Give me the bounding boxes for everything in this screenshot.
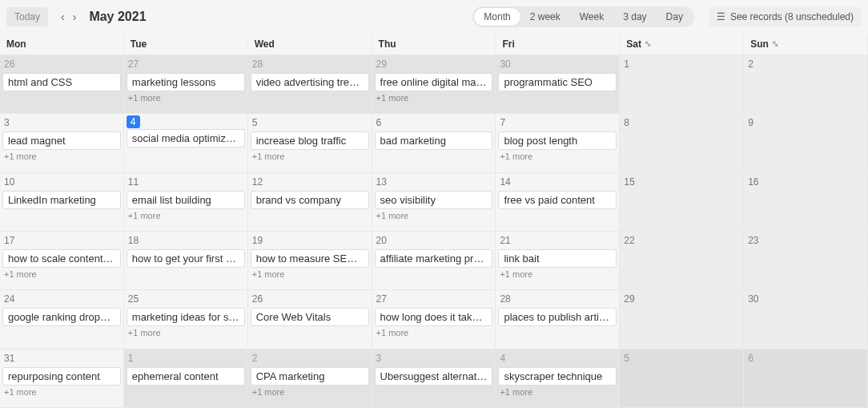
day-cell[interactable]: 10LinkedIn marketing [0, 173, 124, 231]
day-cell[interactable]: 12brand vs company [248, 173, 372, 231]
day-cell[interactable]: 1ephemeral content [124, 349, 248, 407]
view-option-week[interactable]: Week [570, 8, 613, 26]
see-records-button[interactable]: ☰ See records (8 unscheduled) [709, 7, 862, 26]
event-item[interactable]: link bait [498, 249, 617, 268]
more-link[interactable]: +1 more [375, 91, 493, 104]
day-cell[interactable]: 20affiliate marketing programs [372, 232, 496, 289]
more-link[interactable]: +1 more [251, 150, 369, 163]
day-cell[interactable]: 17how to scale content marketing+1 more [0, 232, 124, 289]
day-cell[interactable]: 4skyscraper technique+1 more [496, 349, 620, 407]
more-link[interactable]: +1 more [498, 268, 617, 281]
next-arrow-icon[interactable]: › [70, 9, 80, 25]
day-cell[interactable]: 18how to get your first customers [124, 232, 248, 289]
day-cell[interactable]: 6 [744, 349, 868, 407]
more-link[interactable]: +1 more [251, 386, 369, 398]
event-item[interactable]: email list building [127, 191, 245, 209]
more-link[interactable]: +1 more [127, 209, 245, 222]
event-item[interactable]: blog post length [498, 131, 617, 150]
day-cell[interactable]: 6bad marketing [372, 114, 496, 172]
event-item[interactable]: bad marketing [375, 131, 493, 150]
more-link[interactable]: +1 more [498, 386, 617, 398]
day-cell[interactable]: 26Core Web Vitals [248, 290, 372, 348]
more-link[interactable]: +1 more [375, 209, 493, 222]
expand-icon[interactable]: ⤡ [772, 39, 778, 48]
day-cell[interactable]: 31repurposing content+1 more [0, 349, 124, 407]
today-button[interactable]: Today [6, 7, 48, 26]
day-header-sat: Sat ⤡ [620, 34, 744, 55]
event-item[interactable]: ephemeral content [127, 367, 245, 386]
event-item[interactable]: video advertising trends [251, 73, 369, 91]
more-link[interactable]: +1 more [2, 386, 121, 398]
more-link[interactable]: +1 more [498, 150, 617, 163]
day-cell[interactable]: 24google ranking dropped [0, 290, 124, 348]
prev-arrow-icon[interactable]: ‹ [58, 9, 68, 25]
day-cell[interactable]: 13seo visibility+1 more [372, 173, 496, 231]
event-item[interactable]: brand vs company [251, 191, 369, 209]
day-cell[interactable]: 27how long does it take to+1 more [372, 290, 496, 348]
event-item[interactable]: places to publish articles [498, 308, 617, 326]
view-option-day[interactable]: Day [657, 8, 693, 26]
day-cell[interactable]: 4social media optimization [124, 114, 248, 172]
event-item[interactable]: google ranking dropped [2, 308, 121, 326]
view-option-month[interactable]: Month [474, 8, 520, 26]
day-cell[interactable]: 23 [744, 232, 868, 289]
day-cell[interactable]: 14free vs paid content [496, 173, 620, 231]
more-link[interactable]: +1 more [251, 268, 369, 281]
more-link[interactable]: +1 more [127, 326, 245, 339]
view-option-3day[interactable]: 3 day [613, 8, 656, 26]
day-cell[interactable]: 8 [620, 114, 744, 172]
event-item[interactable]: free vs paid content [498, 191, 617, 209]
view-option-2week[interactable]: 2 week [520, 8, 570, 26]
day-cell[interactable]: 28video advertising trends [248, 55, 372, 113]
day-cell[interactable]: 2 [744, 55, 868, 113]
day-cell[interactable]: 3Ubersuggest alternative [372, 349, 496, 407]
day-cell[interactable]: 9 [744, 114, 868, 172]
day-cell[interactable]: 26html and CSS [0, 55, 124, 113]
event-item[interactable]: increase blog traffic [251, 131, 369, 150]
day-cell[interactable]: 5increase blog traffic+1 more [248, 114, 372, 172]
day-cell[interactable]: 15 [620, 173, 744, 231]
more-link[interactable]: +1 more [127, 91, 245, 104]
day-cell[interactable]: 16 [744, 173, 868, 231]
more-link[interactable]: +1 more [2, 150, 121, 163]
day-cell[interactable]: 2CPA marketing+1 more [248, 349, 372, 407]
day-cell[interactable]: 30 [744, 290, 868, 348]
event-item[interactable]: CPA marketing [251, 367, 369, 386]
event-item[interactable]: programmatic SEO [498, 73, 617, 91]
day-cell[interactable]: 11email list building+1 more [124, 173, 248, 231]
day-cell[interactable]: 29 [620, 290, 744, 348]
event-item[interactable]: free online digital marketing [375, 73, 493, 91]
event-item[interactable]: marketing lessons [127, 73, 245, 91]
event-item[interactable]: how to get your first customers [127, 249, 245, 268]
day-cell[interactable]: 29free online digital marketing+1 more [372, 55, 496, 113]
day-cell[interactable]: 22 [620, 232, 744, 289]
event-item[interactable]: skyscraper technique [498, 367, 617, 386]
day-cell[interactable]: 30programmatic SEO [496, 55, 620, 113]
event-item[interactable]: how to measure SEO performance [251, 249, 369, 268]
event-item[interactable]: how long does it take to [375, 308, 493, 326]
day-cell[interactable]: 19how to measure SEO performance+1 more [248, 232, 372, 289]
expand-icon[interactable]: ⤡ [645, 39, 651, 48]
more-link[interactable]: +1 more [2, 268, 121, 281]
event-item[interactable]: marketing ideas for small businesses [127, 308, 245, 326]
date-number: 2 [251, 351, 259, 366]
more-link[interactable]: +1 more [375, 326, 493, 339]
event-item[interactable]: Core Web Vitals [251, 308, 369, 326]
event-item[interactable]: affiliate marketing programs [375, 249, 493, 268]
event-item[interactable]: LinkedIn marketing [2, 191, 121, 209]
event-item[interactable]: html and CSS [2, 73, 121, 91]
day-cell[interactable]: 28places to publish articles [496, 290, 620, 348]
event-item[interactable]: repurposing content [2, 367, 121, 386]
event-item[interactable]: Ubersuggest alternative [375, 367, 493, 386]
event-item[interactable]: lead magnet [2, 131, 121, 150]
day-cell[interactable]: 21link bait+1 more [496, 232, 620, 289]
day-cell[interactable]: 1 [620, 55, 744, 113]
event-item[interactable]: social media optimization [127, 129, 245, 147]
day-cell[interactable]: 3lead magnet+1 more [0, 114, 124, 172]
day-cell[interactable]: 25marketing ideas for small businesses+1… [124, 290, 248, 348]
day-cell[interactable]: 7blog post length+1 more [496, 114, 620, 172]
day-cell[interactable]: 5 [620, 349, 744, 407]
event-item[interactable]: how to scale content marketing [2, 249, 121, 268]
day-cell[interactable]: 27marketing lessons+1 more [124, 55, 248, 113]
event-item[interactable]: seo visibility [375, 191, 493, 209]
